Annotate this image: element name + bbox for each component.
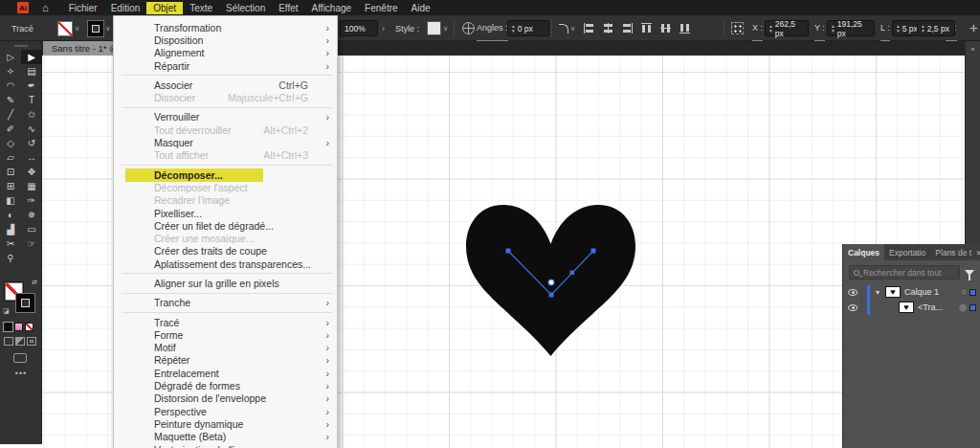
object-menu-item[interactable]: Distorsion de l'enveloppe ›	[114, 392, 337, 405]
star-shape-tool[interactable]: ✩	[21, 107, 42, 122]
object-menu-item[interactable]: Disposition ›	[114, 34, 337, 46]
menu-bar-item[interactable]: Objet	[146, 2, 183, 14]
menu-bar-item[interactable]: Effet	[272, 2, 304, 14]
h-field[interactable]: ▴▾2,5 px	[917, 20, 955, 36]
layer-thumbnail[interactable]: ♥	[885, 286, 901, 298]
swap-fill-stroke-icon[interactable]: ⇄	[32, 279, 37, 286]
color-swatch-black[interactable]	[4, 323, 12, 331]
object-menu-item[interactable]: Aplatissement des transparences...	[114, 258, 337, 270]
screen-mode-icon[interactable]	[13, 353, 27, 363]
menu-bar-item[interactable]: Texte	[183, 2, 219, 14]
object-menu-item[interactable]: Créer un filet de dégradé...	[114, 219, 337, 232]
panel-tab[interactable]: Exportatio	[884, 244, 930, 260]
menu-bar-item[interactable]: Aide	[405, 2, 437, 14]
rotate-tool[interactable]: ↺	[21, 136, 42, 150]
selection-square[interactable]	[969, 304, 976, 311]
expand-chevron-icon[interactable]: ▾	[876, 288, 885, 297]
object-menu-item[interactable]: Maquette (Beta) ›	[114, 431, 337, 443]
blend-tool[interactable]: ◐	[0, 208, 21, 222]
target-circle-icon[interactable]: ○	[962, 287, 967, 297]
home-icon[interactable]: ⌂	[42, 2, 49, 13]
symbol-sprayer-tool[interactable]: ✵	[21, 208, 42, 222]
expand-panels-icon[interactable]: «	[966, 45, 980, 54]
edit-toolbar-dots-icon[interactable]: •••	[0, 369, 42, 378]
object-menu-item[interactable]: Transformation ›	[114, 21, 337, 34]
direct-selection-tool[interactable]: ▷	[0, 50, 21, 64]
scale-tool[interactable]: ▱	[0, 150, 21, 165]
gradient-swatch[interactable]	[14, 323, 23, 331]
layer-name[interactable]: <Tra...	[918, 302, 959, 312]
object-menu-item[interactable]: Répéter ›	[114, 354, 337, 367]
object-menu-item[interactable]: Entrelacement ›	[114, 367, 337, 379]
layer-row[interactable]: ▾ ♥ <Tra... ◎	[843, 300, 980, 315]
hand-tool[interactable]: ☞	[21, 236, 42, 251]
panel-tab[interactable]: Plans de t	[930, 244, 976, 260]
transform-options-icon[interactable]: ✛	[969, 15, 977, 41]
type-tool[interactable]: T	[21, 93, 42, 107]
object-menu-item[interactable]: Peinture dynamique ›	[114, 417, 337, 430]
magic-wand-tool[interactable]: ✧	[0, 64, 21, 78]
mesh-tool[interactable]: ▦	[21, 179, 42, 193]
draw-inside-mode-icon[interactable]	[27, 337, 36, 346]
menu-bar-item[interactable]: Affichage	[305, 2, 359, 14]
paintbrush-tool[interactable]: ✐	[0, 122, 21, 136]
object-menu-item[interactable]: Tracé ›	[114, 316, 337, 328]
object-menu-item[interactable]: Répartir ›	[114, 59, 337, 72]
menu-bar-items: FichierEditionObjetTexteSélectionEffetAf…	[62, 2, 437, 14]
object-menu-item[interactable]: Verrouiller ›	[114, 111, 337, 123]
stroke-black-swatch[interactable]	[16, 294, 34, 312]
object-menu-item[interactable]: Aligner sur la grille en pixels	[114, 277, 337, 289]
object-menu-item[interactable]: Dégradé de formes ›	[114, 379, 337, 392]
eyedropper-tool[interactable]: ✑	[21, 193, 42, 208]
object-menu-item[interactable]: Tranche ›	[114, 297, 337, 309]
visibility-eye-icon[interactable]	[848, 289, 858, 296]
selection-square[interactable]	[969, 289, 976, 296]
pen-tool[interactable]: ✒	[21, 78, 42, 93]
menu-bar-item[interactable]: Fenêtre	[358, 2, 404, 14]
layer-row[interactable]: ▾ ♥ Calque 1 ○	[843, 284, 980, 300]
column-graph-tool[interactable]: ▟	[0, 222, 21, 236]
draw-behind-mode-icon[interactable]	[15, 337, 25, 346]
free-transform-tool[interactable]: ⊡	[0, 165, 21, 179]
shaper-tool[interactable]: ∿	[21, 122, 42, 136]
width-tool[interactable]: ↔	[21, 150, 42, 165]
artboard-tool[interactable]: ▤	[21, 64, 42, 78]
draw-normal-mode-icon[interactable]	[4, 337, 13, 346]
visibility-eye-icon[interactable]	[848, 304, 858, 311]
object-menu-item[interactable]: Pixelliser...	[114, 207, 337, 219]
eraser-tool[interactable]: ◇	[0, 136, 21, 150]
artboard-tool-2[interactable]: ▭	[21, 222, 42, 236]
menu-bar-item[interactable]: Sélection	[219, 2, 272, 14]
layers-search-input[interactable]: Rechercher dans tout	[849, 265, 960, 280]
default-swatches-icon[interactable]: ◪	[3, 307, 10, 315]
none-swatch[interactable]	[25, 323, 33, 331]
puppet-warp-tool[interactable]: ✥	[21, 165, 42, 179]
object-menu-item[interactable]: Masquer ›	[114, 136, 337, 148]
zoom-tool[interactable]: ⚲	[0, 251, 21, 265]
menu-bar-item[interactable]: Fichier	[62, 2, 104, 14]
line-segment-tool[interactable]: ╱	[0, 107, 21, 122]
object-menu-item[interactable]: Alignement ›	[114, 47, 337, 59]
object-menu-item[interactable]: Perspective ›	[114, 405, 337, 417]
lasso-tool[interactable]: ◠	[0, 78, 21, 93]
object-menu-item[interactable]: Forme ›	[114, 328, 337, 341]
perspective-grid-tool[interactable]: ⊞	[0, 179, 21, 193]
layer-thumbnail[interactable]: ♥	[899, 302, 914, 313]
filter-icon[interactable]	[965, 270, 974, 276]
curvature-tool[interactable]: ✎	[0, 93, 21, 107]
target-circle-icon[interactable]: ◎	[959, 302, 967, 312]
panel-tab[interactable]: Calques	[843, 244, 884, 260]
layer-name[interactable]: Calque 1	[904, 287, 962, 297]
gradient-tool[interactable]: ◧	[0, 193, 21, 208]
object-menu-item[interactable]: Vectorisation de l'image ›	[114, 443, 337, 448]
object-menu-item[interactable]: Associer Ctrl+G	[114, 78, 337, 91]
slice-tool[interactable]: ✂	[0, 236, 21, 251]
selection-tool[interactable]: ▶	[21, 50, 42, 64]
object-menu-item[interactable]: Créer des traits de coupe	[114, 245, 337, 258]
panel-grip[interactable]	[14, 45, 28, 47]
menu-bar-item[interactable]: Edition	[104, 2, 147, 14]
tab-overflow-icon[interactable]: »	[976, 248, 980, 258]
object-menu-item[interactable]: Décomposer...	[114, 168, 337, 181]
object-menu-item[interactable]: Motif ›	[114, 342, 337, 354]
object-menu-item: Dissocier Majuscule+Ctrl+G	[114, 91, 337, 103]
